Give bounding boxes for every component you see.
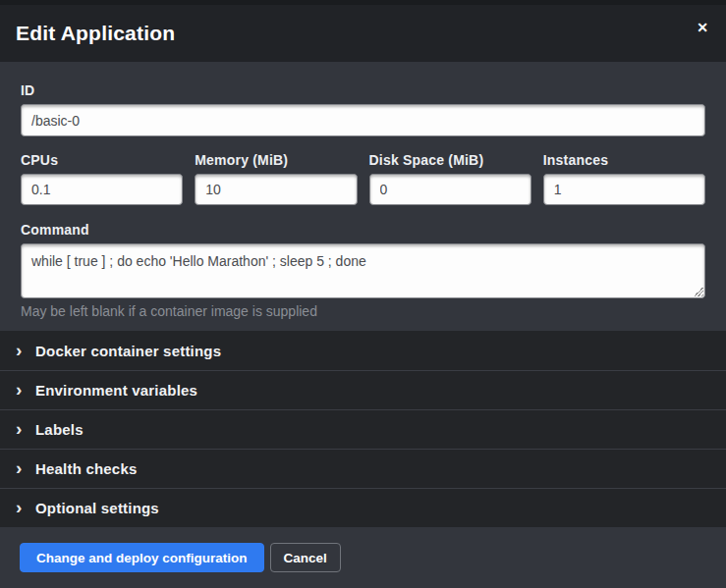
chevron-right-icon: › xyxy=(16,498,35,516)
command-label: Command xyxy=(21,222,705,238)
section-label: Labels xyxy=(35,421,84,438)
id-label: ID xyxy=(21,82,705,98)
disk-field-group: Disk Space (MiB) xyxy=(369,152,531,205)
cancel-button[interactable]: Cancel xyxy=(270,543,341,572)
memory-field-group: Memory (MiB) xyxy=(195,152,357,205)
chevron-right-icon: › xyxy=(16,380,35,399)
section-label: Docker container settings xyxy=(35,343,221,359)
collapsible-sections: › Docker container settings › Environmen… xyxy=(0,331,726,527)
modal-footer: Change and deploy configuration Cancel xyxy=(0,527,726,588)
resize-grip-icon[interactable] xyxy=(694,287,703,296)
modal-body: ID CPUs Memory (MiB) Disk Space (MiB) In… xyxy=(0,62,726,331)
section-docker-container-settings[interactable]: › Docker container settings xyxy=(0,331,726,370)
edit-application-modal: Edit Application ✕ ID CPUs Memory (MiB) … xyxy=(0,0,726,588)
chevron-right-icon: › xyxy=(16,419,35,438)
modal-header: Edit Application ✕ xyxy=(0,5,726,62)
change-and-deploy-button[interactable]: Change and deploy configuration xyxy=(20,543,264,572)
section-health-checks[interactable]: › Health checks xyxy=(0,449,726,488)
cpus-label: CPUs xyxy=(21,152,183,168)
section-label: Environment variables xyxy=(35,382,197,399)
instances-label: Instances xyxy=(543,152,705,168)
instances-input[interactable] xyxy=(543,174,705,205)
command-help-text: May be left blank if a container image i… xyxy=(21,303,705,319)
id-field-group: ID xyxy=(21,82,705,136)
close-icon[interactable]: ✕ xyxy=(693,17,712,38)
cpus-input[interactable] xyxy=(21,174,183,205)
section-optional-settings[interactable]: › Optional settings xyxy=(0,488,726,527)
command-textarea-wrap: while [ true ] ; do echo 'Hello Marathon… xyxy=(21,243,705,298)
section-environment-variables[interactable]: › Environment variables xyxy=(0,370,726,409)
cpus-field-group: CPUs xyxy=(21,152,183,205)
command-field-group: Command while [ true ] ; do echo 'Hello … xyxy=(21,222,705,319)
chevron-right-icon: › xyxy=(16,341,35,359)
memory-input[interactable] xyxy=(195,174,357,205)
section-label: Optional settings xyxy=(35,500,159,516)
section-labels[interactable]: › Labels xyxy=(0,409,726,449)
page-title: Edit Application xyxy=(16,22,175,45)
resources-row: CPUs Memory (MiB) Disk Space (MiB) Insta… xyxy=(21,152,705,205)
disk-label: Disk Space (MiB) xyxy=(369,152,531,168)
chevron-right-icon: › xyxy=(16,458,35,477)
instances-field-group: Instances xyxy=(543,152,705,205)
section-label: Health checks xyxy=(35,460,137,477)
command-textarea[interactable]: while [ true ] ; do echo 'Hello Marathon… xyxy=(21,243,705,298)
memory-label: Memory (MiB) xyxy=(195,152,357,168)
disk-input[interactable] xyxy=(369,174,531,205)
id-input[interactable] xyxy=(21,104,705,136)
